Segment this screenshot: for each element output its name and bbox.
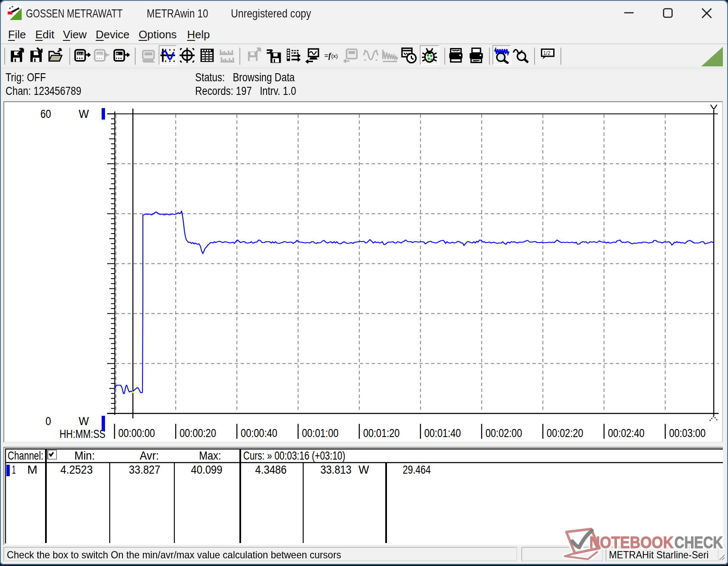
svg-text:321: 321 [77, 52, 84, 56]
svg-text:32(: 32( [97, 52, 103, 56]
svg-text:NOTEBOOK: NOTEBOOK [589, 534, 674, 552]
svg-text:M: M [117, 52, 119, 56]
svg-text:1/2: 1/2 [543, 50, 550, 56]
svg-text:CHECK: CHECK [674, 534, 723, 552]
svg-text:(x): (x) [331, 53, 338, 59]
svg-text:=f: =f [324, 51, 332, 60]
